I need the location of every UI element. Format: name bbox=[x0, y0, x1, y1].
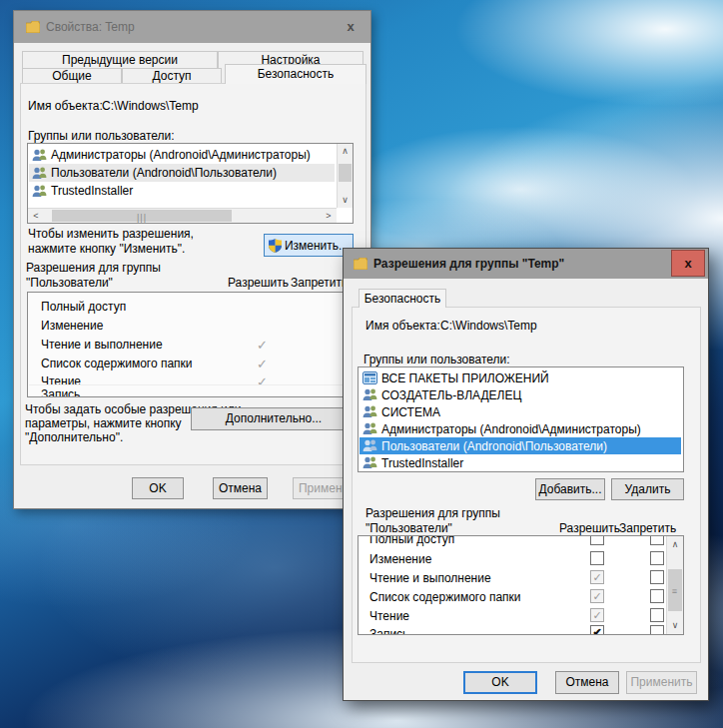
permissions-dialog: Разрешения для группы "Temp" x Безопасно… bbox=[343, 248, 709, 701]
perm-group-label-line1: Разрешения для группы bbox=[365, 506, 500, 520]
vscroll-thumb[interactable]: ≡ bbox=[668, 569, 682, 611]
perm-group-label-line2: "Пользователи" bbox=[26, 276, 113, 290]
tab-sharing[interactable]: Доступ bbox=[122, 68, 222, 83]
deny-checkbox[interactable] bbox=[650, 625, 664, 635]
list-item[interactable]: ВСЕ ПАКЕТЫ ПРИЛОЖЕНИЙ bbox=[360, 369, 681, 386]
cancel-button[interactable]: Отмена bbox=[555, 671, 619, 694]
properties-dialog: Свойства: Temp x Предыдущие версии Настр… bbox=[13, 10, 371, 509]
perm-row-label: Полный доступ bbox=[369, 535, 454, 546]
allow-checkbox[interactable]: ✓ bbox=[590, 608, 604, 622]
group-icon bbox=[362, 456, 377, 469]
perm-row: Чтение ✓ bbox=[360, 606, 665, 625]
groups-list[interactable]: ВСЕ ПАКЕТЫ ПРИЛОЖЕНИЙ СОЗДАТЕЛЬ-ВЛАДЕЛЕЦ… bbox=[358, 366, 684, 472]
deny-checkbox[interactable] bbox=[650, 570, 664, 584]
group-icon bbox=[362, 388, 377, 401]
add-button[interactable]: Добавить... bbox=[535, 478, 605, 500]
list-item[interactable]: Администраторы (Andronoid\Администраторы… bbox=[29, 146, 335, 164]
tab-security[interactable]: Безопасность bbox=[225, 64, 366, 84]
perm-group-label-line2: "Пользователи" bbox=[365, 521, 452, 535]
scroll-down-icon[interactable]: ∨ bbox=[338, 194, 353, 207]
hscroll-thumb[interactable]: ||| bbox=[52, 210, 232, 222]
hscroll-grip: ||| bbox=[137, 213, 147, 223]
scroll-up-icon[interactable]: ∧ bbox=[338, 145, 353, 158]
group-icon bbox=[32, 167, 47, 180]
permissions-vscrollbar[interactable]: ∧ ≡ ∨ bbox=[666, 536, 683, 634]
allow-checkbox[interactable]: ✓ bbox=[590, 589, 604, 603]
allow-checkbox[interactable] bbox=[590, 535, 604, 545]
list-item[interactable]: TrustedInstaller bbox=[29, 182, 335, 200]
allow-checkbox[interactable]: ✓ bbox=[590, 570, 604, 584]
perm-row-label: Изменение bbox=[41, 319, 103, 333]
cancel-button[interactable]: Отмена bbox=[213, 477, 268, 499]
tab-general[interactable]: Общие bbox=[22, 68, 122, 83]
perm-row-label: Список содержимого папки bbox=[41, 357, 193, 370]
perm-row-label: Чтение и выполнение bbox=[369, 571, 491, 585]
list-item[interactable]: TrustedInstaller bbox=[360, 454, 681, 471]
group-icon bbox=[362, 422, 377, 435]
vscroll-grip: ≡ bbox=[672, 586, 678, 596]
tab-security[interactable]: Безопасность bbox=[359, 289, 446, 308]
ok-button[interactable]: OK bbox=[132, 477, 184, 499]
dialog2-title: Разрешения для группы "Temp" bbox=[373, 257, 564, 271]
advanced-hint-line2: параметры, нажмите кнопку bbox=[25, 416, 182, 430]
dialog1-close-icon[interactable]: x bbox=[339, 17, 362, 37]
groups-vscrollbar[interactable]: ∧ ∨ bbox=[337, 144, 353, 208]
deny-checkbox[interactable] bbox=[650, 535, 664, 545]
groups-hscrollbar[interactable]: < ||| > bbox=[28, 208, 337, 223]
object-name-value: C:\Windows\Temp bbox=[102, 99, 199, 113]
perm-row-label: Список содержимого папки bbox=[369, 590, 521, 604]
scroll-left-icon[interactable]: < bbox=[30, 209, 42, 223]
edit-button[interactable]: Изменить... bbox=[264, 234, 354, 257]
perm-row: Запись ✔ bbox=[360, 624, 665, 635]
deny-checkbox[interactable] bbox=[650, 589, 664, 603]
list-item[interactable]: Администраторы (Andronoid\Администраторы… bbox=[360, 420, 681, 437]
ok-button[interactable]: OK bbox=[463, 671, 537, 694]
perm-row-label: Полный доступ bbox=[41, 300, 126, 314]
list-item[interactable]: Пользователи (Andronoid\Пользователи) bbox=[29, 164, 335, 182]
edit-hint-line1: Чтобы изменить разрешения, bbox=[28, 227, 194, 241]
dialog1-titlebar[interactable]: Свойства: Temp x bbox=[14, 11, 370, 43]
perm-row: Список содержимого папки ✓ bbox=[360, 587, 665, 606]
dialog1-title: Свойства: Temp bbox=[46, 20, 135, 34]
scroll-right-icon[interactable]: > bbox=[323, 209, 335, 223]
groups-list-label: Группы или пользователи: bbox=[363, 353, 510, 366]
group-icon bbox=[32, 185, 47, 198]
groups-list-label: Группы или пользователи: bbox=[28, 129, 175, 143]
dialog2-close-icon[interactable]: x bbox=[671, 250, 705, 277]
scroll-up-icon[interactable]: ∧ bbox=[667, 538, 683, 551]
uac-shield-icon bbox=[269, 239, 282, 253]
deny-checkbox[interactable] bbox=[650, 608, 664, 622]
edit-button-label: Изменить... bbox=[285, 236, 349, 256]
perm-row-label: Запись bbox=[369, 627, 408, 636]
allow-checkbox[interactable]: ✔ bbox=[590, 625, 604, 635]
vscroll-thumb[interactable] bbox=[339, 164, 352, 182]
perm-row: Изменение bbox=[360, 549, 665, 568]
group-icon bbox=[362, 405, 377, 418]
perm-row-label: Чтение и выполнение bbox=[41, 338, 163, 352]
groups-list[interactable]: Администраторы (Andronoid\Администраторы… bbox=[27, 143, 354, 224]
group-icon bbox=[362, 439, 377, 452]
allow-checkbox[interactable] bbox=[590, 551, 604, 565]
object-name-label: Имя объекта: bbox=[28, 99, 103, 113]
allow-check: ✓ bbox=[257, 357, 268, 371]
advanced-button[interactable]: Дополнительно... bbox=[191, 407, 357, 430]
tab-previous-versions[interactable]: Предыдущие версии bbox=[22, 51, 218, 68]
folder-icon bbox=[26, 21, 40, 33]
allow-column-header: Разрешить bbox=[228, 276, 289, 290]
dialog2-titlebar[interactable]: Разрешения для группы "Temp" x bbox=[344, 249, 708, 279]
advanced-hint-line3: "Дополнительно". bbox=[25, 430, 123, 444]
apply-button[interactable]: Применить bbox=[626, 671, 697, 694]
object-name-value: C:\Windows\Temp bbox=[440, 319, 537, 333]
folder-icon bbox=[354, 258, 367, 270]
deny-checkbox[interactable] bbox=[650, 551, 664, 565]
permissions-list[interactable]: Полный доступ Изменение Чтение и выполне… bbox=[358, 535, 684, 635]
remove-button[interactable]: Удалить bbox=[611, 478, 684, 500]
list-item-selected[interactable]: Пользователи (Andronoid\Пользователи) bbox=[360, 437, 681, 454]
deny-column-header: Запретить bbox=[291, 276, 348, 290]
list-item[interactable]: СОЗДАТЕЛЬ-ВЛАДЕЛЕЦ bbox=[360, 386, 681, 403]
list-item[interactable]: СИСТЕМА bbox=[360, 403, 681, 420]
permissions-list[interactable]: Полный доступ Изменение Чтение и выполне… bbox=[27, 292, 354, 397]
scroll-down-icon[interactable]: ∨ bbox=[667, 619, 683, 632]
allow-column-header: Разрешить bbox=[559, 521, 620, 535]
perm-group-label-line1: Разрешения для группы bbox=[26, 261, 161, 275]
